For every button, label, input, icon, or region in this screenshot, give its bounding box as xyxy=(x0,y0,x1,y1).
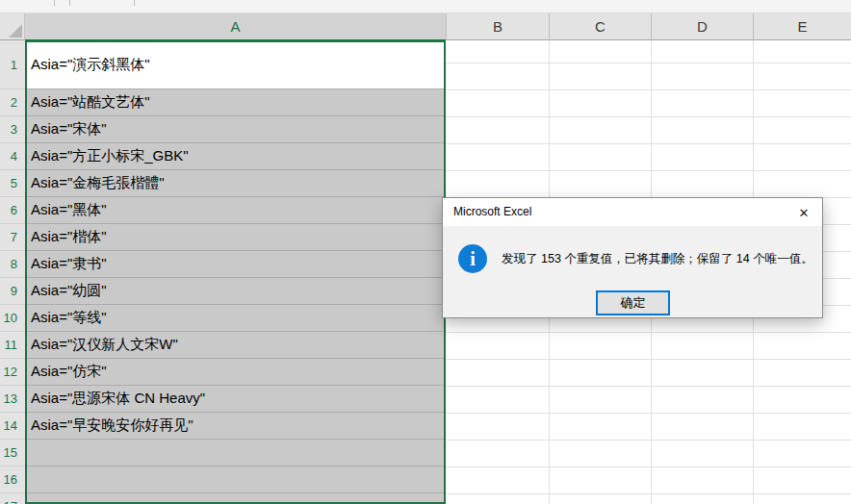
close-icon: ✕ xyxy=(799,206,810,220)
name-box-divider xyxy=(54,0,55,6)
ok-button[interactable]: 确定 xyxy=(596,290,670,315)
cell-a4[interactable]: Asia="方正小标宋_GBK" xyxy=(25,143,446,170)
cell-a14[interactable]: Asia="早安晚安你好再见" xyxy=(25,413,446,440)
row-header-14[interactable]: 14 xyxy=(0,413,25,440)
select-all-button[interactable] xyxy=(0,13,25,40)
cell-a5[interactable]: Asia="金梅毛張楷體" xyxy=(25,170,446,197)
column-header-a[interactable]: A xyxy=(25,13,446,40)
row-header-17[interactable]: 17 xyxy=(0,493,25,504)
cell-a7[interactable]: Asia="楷体" xyxy=(25,224,446,251)
row-header-2[interactable]: 2 xyxy=(0,89,25,116)
column-header-c[interactable]: C xyxy=(549,13,651,40)
excel-window: A B C D E 1 2 3 4 5 6 7 8 9 10 11 12 13 … xyxy=(0,0,851,504)
row-header-3[interactable]: 3 xyxy=(0,116,25,143)
column-header-label: E xyxy=(797,18,807,35)
column-header-label: C xyxy=(595,18,606,35)
row-header-13[interactable]: 13 xyxy=(0,386,25,413)
column-header-d[interactable]: D xyxy=(651,13,753,40)
column-header-label: D xyxy=(697,18,708,35)
row-header-15[interactable]: 15 xyxy=(0,440,25,466)
row-header-16[interactable]: 16 xyxy=(0,466,25,493)
select-all-triangle-icon xyxy=(9,24,22,38)
dialog-close-button[interactable]: ✕ xyxy=(794,205,813,220)
excel-alert-dialog: Microsoft Excel ✕ i 发现了 153 个重复值，已将其删除；保… xyxy=(442,197,823,318)
cell-a9[interactable]: Asia="幼圆" xyxy=(25,278,446,305)
cell-a8[interactable]: Asia="隶书" xyxy=(25,251,446,278)
cell-a10[interactable]: Asia="等线" xyxy=(25,305,446,332)
cell-a2[interactable]: Asia="站酷文艺体" xyxy=(25,89,446,116)
row-header-10[interactable]: 10 xyxy=(0,305,25,332)
column-header-e[interactable]: E xyxy=(753,13,851,40)
row-header-5[interactable]: 5 xyxy=(0,170,25,197)
cell-a11[interactable]: Asia="汉仪新人文宋W" xyxy=(25,332,446,359)
cell-a12[interactable]: Asia="仿宋" xyxy=(25,359,446,386)
row-header-4[interactable]: 4 xyxy=(0,143,25,170)
row-header-8[interactable]: 8 xyxy=(0,251,25,278)
cell-a1[interactable]: Asia="演示斜黑体" xyxy=(25,40,446,89)
dialog-title-bar[interactable]: Microsoft Excel xyxy=(443,198,822,226)
cell-a15[interactable] xyxy=(25,440,446,466)
info-icon: i xyxy=(458,244,487,273)
name-box-divider xyxy=(69,0,70,6)
formula-bar-edge xyxy=(0,0,851,13)
cell-a16[interactable] xyxy=(25,466,446,493)
cell-a3[interactable]: Asia="宋体" xyxy=(25,116,446,143)
row-header-9[interactable]: 9 xyxy=(0,278,25,305)
dialog-title: Microsoft Excel xyxy=(453,205,531,218)
column-header-b[interactable]: B xyxy=(446,13,549,40)
ok-button-label: 确定 xyxy=(621,294,646,312)
row-header-12[interactable]: 12 xyxy=(0,359,25,386)
row-header-7[interactable]: 7 xyxy=(0,224,25,251)
column-header-label: A xyxy=(230,18,240,35)
formula-bar-divider xyxy=(134,0,135,6)
row-header-6[interactable]: 6 xyxy=(0,197,25,224)
cell-a17[interactable] xyxy=(25,493,446,504)
dialog-message: 发现了 153 个重复值，已将其删除；保留了 14 个唯一值。 xyxy=(502,244,813,273)
cell-a6[interactable]: Asia="黑体" xyxy=(25,197,446,224)
cell-a13[interactable]: Asia="思源宋体 CN Heavy" xyxy=(25,386,446,413)
row-header-1[interactable]: 1 xyxy=(0,40,25,89)
column-header-label: B xyxy=(493,18,503,35)
row-header-11[interactable]: 11 xyxy=(0,332,25,359)
